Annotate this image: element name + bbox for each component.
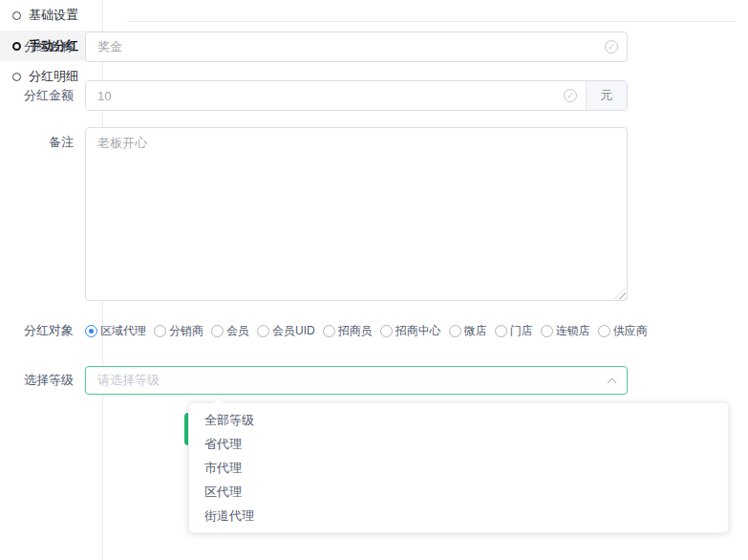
chevron-up-icon — [608, 378, 617, 388]
radio-option-label: 会员 — [226, 323, 249, 339]
radio-option-label: 门店 — [510, 323, 533, 339]
target-radio-group: 区域代理分销商会员会员UID招商员招商中心微店门店连锁店供应商 — [85, 323, 655, 339]
valid-check-icon: ✓ — [605, 40, 618, 54]
level-dropdown-options: 全部等级省代理市代理区代理街道代理 — [189, 408, 728, 528]
radio-option-门店[interactable]: 门店 — [495, 323, 533, 339]
dividend-target-label: 分红对象 — [24, 322, 74, 339]
circle-icon — [12, 11, 21, 20]
circle-icon — [12, 42, 21, 51]
radio-option-label: 招商中心 — [395, 323, 441, 339]
dividend-amount-label: 分红金额 — [24, 87, 74, 104]
radio-option-会员[interactable]: 会员 — [211, 323, 249, 339]
row-select-level: 选择等级 请选择等级 — [24, 366, 628, 395]
page: 基础设置 手动分红 分红明细 分红名称 ✓ 分红金额 ✓ 元 — [0, 0, 748, 560]
dropdown-option-市代理[interactable]: 市代理 — [189, 456, 728, 480]
level-dropdown-panel: 全部等级省代理市代理区代理街道代理 — [188, 402, 729, 533]
dropdown-option-全部等级[interactable]: 全部等级 — [189, 408, 728, 432]
radio-option-label: 微店 — [464, 323, 487, 339]
row-dividend-name: 分红名称 ✓ — [24, 32, 628, 62]
valid-check-icon: ✓ — [564, 89, 577, 102]
dividend-amount-input[interactable] — [86, 81, 586, 110]
radio-selected-icon — [85, 325, 97, 337]
radio-unselected-icon — [598, 325, 610, 337]
radio-option-label: 区域代理 — [100, 323, 146, 339]
radio-option-微店[interactable]: 微店 — [449, 323, 487, 339]
radio-option-label: 会员UID — [272, 323, 315, 339]
dividend-amount-group: ✓ 元 — [85, 80, 628, 111]
level-select[interactable]: 请选择等级 — [85, 366, 628, 395]
radio-option-供应商[interactable]: 供应商 — [598, 323, 648, 339]
radio-unselected-icon — [449, 325, 461, 337]
radio-option-label: 分销商 — [169, 323, 203, 339]
select-level-label: 选择等级 — [24, 372, 74, 389]
radio-option-分销商[interactable]: 分销商 — [154, 323, 203, 339]
sidebar-item-basic-settings[interactable]: 基础设置 — [0, 0, 102, 31]
remark-label: 备注 — [24, 134, 74, 151]
radio-option-会员UID[interactable]: 会员UID — [257, 323, 315, 339]
dropdown-option-街道代理[interactable]: 街道代理 — [189, 504, 728, 528]
radio-unselected-icon — [211, 325, 224, 337]
radio-option-连锁店[interactable]: 连锁店 — [541, 323, 590, 339]
dropdown-option-省代理[interactable]: 省代理 — [189, 432, 728, 456]
sidebar-item-label: 基础设置 — [29, 7, 78, 24]
radio-option-label: 供应商 — [613, 323, 648, 339]
radio-unselected-icon — [257, 325, 269, 337]
dropdown-option-区代理[interactable]: 区代理 — [189, 480, 728, 504]
radio-option-招商中心[interactable]: 招商中心 — [380, 323, 441, 339]
radio-unselected-icon — [495, 325, 507, 337]
unit-addon: 元 — [586, 81, 627, 110]
radio-unselected-icon — [380, 325, 393, 337]
radio-unselected-icon — [541, 325, 553, 337]
dividend-name-input[interactable] — [86, 32, 627, 61]
dividend-amount-input-wrap: ✓ — [86, 81, 586, 110]
dividend-name-label: 分红名称 — [24, 38, 74, 55]
level-select-placeholder: 请选择等级 — [97, 372, 160, 389]
radio-unselected-icon — [154, 325, 166, 337]
circle-icon — [12, 73, 21, 81]
row-dividend-target: 分红对象 区域代理分销商会员会员UID招商员招商中心微店门店连锁店供应商 — [24, 322, 628, 339]
row-remark: 备注 老板开心 — [24, 127, 628, 301]
remark-textarea-wrap: 老板开心 — [85, 127, 628, 301]
radio-option-区域代理[interactable]: 区域代理 — [85, 323, 146, 339]
radio-unselected-icon — [323, 325, 335, 337]
top-divider — [127, 21, 736, 22]
radio-option-label: 连锁店 — [556, 323, 590, 339]
remark-textarea[interactable]: 老板开心 — [85, 127, 628, 301]
radio-option-招商员[interactable]: 招商员 — [323, 323, 373, 339]
dividend-name-input-wrap: ✓ — [85, 32, 628, 62]
row-dividend-amount: 分红金额 ✓ 元 — [24, 80, 628, 111]
radio-option-label: 招商员 — [338, 323, 373, 339]
